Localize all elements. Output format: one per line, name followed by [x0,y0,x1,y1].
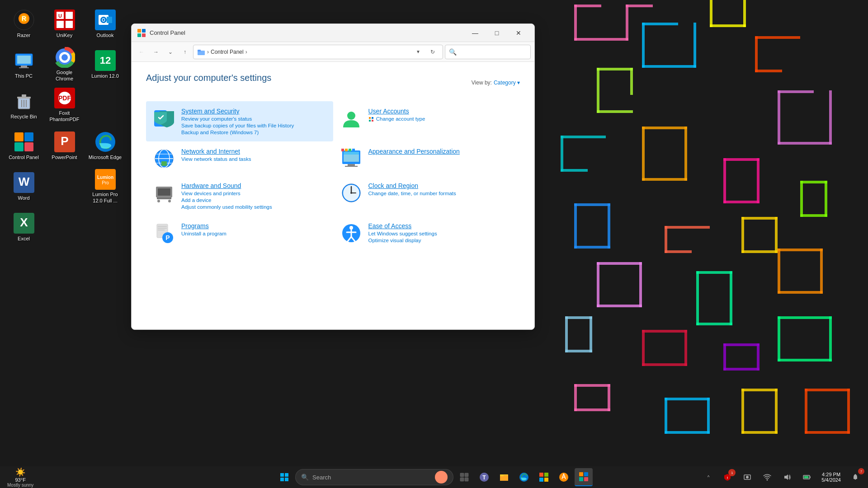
ease-of-access-title[interactable]: Ease of Access [368,222,437,230]
category-programs[interactable]: P Programs Uninstall a program [146,216,333,250]
ease-link-2[interactable]: Optimize visual display [368,238,437,243]
dropdown-button[interactable]: ⌄ [164,46,177,58]
desktop-icon-unikey[interactable]: U UniKey [45,5,84,43]
user-accounts-title[interactable]: User Accounts [368,108,425,115]
teams-button[interactable]: T [475,468,493,486]
category-clock-region[interactable]: Clock and Region Change date, time, or n… [333,176,520,216]
clock-region-title[interactable]: Clock and Region [368,182,456,189]
desktop-icon-control-panel[interactable]: Control Panel [5,127,43,165]
search-bar-icon: 🔍 [301,474,309,481]
paint-button[interactable] [555,468,573,486]
desktop-icon-recycle-bin[interactable]: Recycle Bin [5,86,43,124]
volume-button[interactable] [778,468,796,486]
ease-link-1[interactable]: Let Windows suggest settings [368,231,437,236]
svg-rect-21 [778,90,780,145]
refresh-button[interactable]: ↻ [426,46,439,58]
svg-point-177 [350,192,352,194]
desktop-icon-foxit[interactable]: PDF Foxit PhantomPDF [45,86,84,124]
hardware-link-1[interactable]: View devices and printers [181,191,272,196]
appearance-title[interactable]: Appearance and Personalization [368,148,460,155]
search-box[interactable]: 🔍 [445,45,531,59]
snip-icon [743,473,751,481]
svg-rect-14 [755,36,758,72]
up-button[interactable]: ↑ [179,46,191,58]
category-user-accounts[interactable]: User Accounts Change account type [333,101,520,141]
svg-rect-128 [24,132,33,141]
desktop-icon-lumion-pro[interactable]: Lumion Pro Lumion Pro 12.0 Full ... [86,167,124,206]
weather-widget[interactable]: ☀️ 93°F Mostly sunny [4,466,37,488]
weather-condition: Mostly sunny [7,483,33,488]
svg-rect-164 [341,149,344,151]
dropdown-path-button[interactable]: ▼ [412,46,425,58]
category-ease-of-access[interactable]: Ease of Access Let Windows suggest setti… [333,216,520,250]
minimize-button[interactable]: — [465,26,486,40]
svg-rect-67 [642,330,645,366]
svg-rect-5 [626,5,653,7]
file-explorer-button[interactable] [495,468,513,486]
desktop-icon-excel[interactable]: X Excel [5,208,43,246]
svg-rect-48 [775,217,778,253]
user-accounts-link-1[interactable]: Change account type [368,116,425,122]
search-bar[interactable]: 🔍 Search [295,469,453,485]
desktop-icon-word[interactable]: W Word [5,167,43,206]
desktop-icon-lumion[interactable]: 12 Lumion 12.0 [86,45,124,84]
network-link-1[interactable]: View network status and tasks [181,156,251,162]
titlebar-controls: — □ ✕ [465,26,529,40]
network-internet-title[interactable]: Network and Internet [181,148,251,155]
system-security-link-3[interactable]: Backup and Restore (Windows 7) [181,130,294,135]
svg-rect-84 [707,398,710,434]
antivirus-icon[interactable]: ! 1 [718,468,736,486]
svg-rect-3 [574,38,628,41]
category-network-internet[interactable]: Network and Internet View network status… [146,141,333,176]
clock[interactable]: 4:29 PM 5/4/2024 [818,471,844,483]
hardware-link-2[interactable]: Add a device [181,197,272,203]
svg-rect-181 [158,230,165,230]
category-appearance[interactable]: Appearance and Personalization [333,141,520,176]
category-system-security[interactable]: System and Security Review your computer… [146,101,333,141]
paint-icon [559,472,569,482]
svg-rect-220 [810,477,811,478]
svg-rect-2 [574,5,577,41]
system-tray-expand[interactable]: ^ [700,469,717,485]
forward-button[interactable]: → [150,46,162,58]
category-hardware-sound[interactable]: Hardware and Sound View devices and prin… [146,176,333,216]
system-security-icon [153,108,175,129]
desktop-icon-outlook[interactable]: O Outlook [86,5,124,43]
task-view-button[interactable] [455,468,473,486]
window-title: Control Panel [150,29,185,36]
svg-rect-165 [345,149,348,151]
control-panel-taskbar-button[interactable] [575,468,593,486]
programs-title[interactable]: Programs [181,222,226,230]
desktop-icon-this-pc[interactable]: This PC [5,45,43,84]
back-button[interactable]: ← [135,46,148,58]
clock-link-1[interactable]: Change date, time, or number formats [368,191,456,196]
system-security-link-1[interactable]: Review your computer's status [181,116,294,122]
system-security-title[interactable]: System and Security [181,108,294,115]
lumion-label: Lumion 12.0 [91,73,119,79]
desktop-icon-powerpoint[interactable]: P PowerPoint [45,127,84,165]
network-internet-text: Network and Internet View network status… [181,148,251,162]
desktop-icon-edge[interactable]: Microsoft Edge [86,127,124,165]
wifi-button[interactable] [758,468,776,486]
svg-rect-86 [741,389,778,391]
notification-button[interactable]: 7 [846,468,864,486]
maximize-button[interactable]: □ [486,26,507,40]
desktop-icon-razer[interactable]: R Razer [5,5,43,43]
hardware-sound-title[interactable]: Hardware and Sound [181,182,272,189]
ms-store-button[interactable] [535,468,553,486]
edge-taskbar-button[interactable] [515,468,533,486]
svg-rect-51 [597,262,599,307]
programs-link-1[interactable]: Uninstall a program [181,231,226,236]
snip-button[interactable] [738,468,756,486]
weather-icon: ☀️ [15,467,25,477]
start-button[interactable] [275,468,293,486]
address-path[interactable]: › Control Panel › ▼ ↻ [193,45,443,59]
svg-rect-169 [158,188,170,196]
battery-button[interactable] [798,468,816,486]
view-by-dropdown[interactable]: Category ▾ [494,80,520,86]
close-button[interactable]: ✕ [508,26,529,40]
hardware-link-3[interactable]: Adjust commonly used mobility settings [181,204,272,210]
svg-rect-87 [741,389,744,434]
system-security-link-2[interactable]: Save backup copies of your files with Fi… [181,123,294,128]
desktop-icon-chrome[interactable]: Google Chrome [45,45,84,84]
